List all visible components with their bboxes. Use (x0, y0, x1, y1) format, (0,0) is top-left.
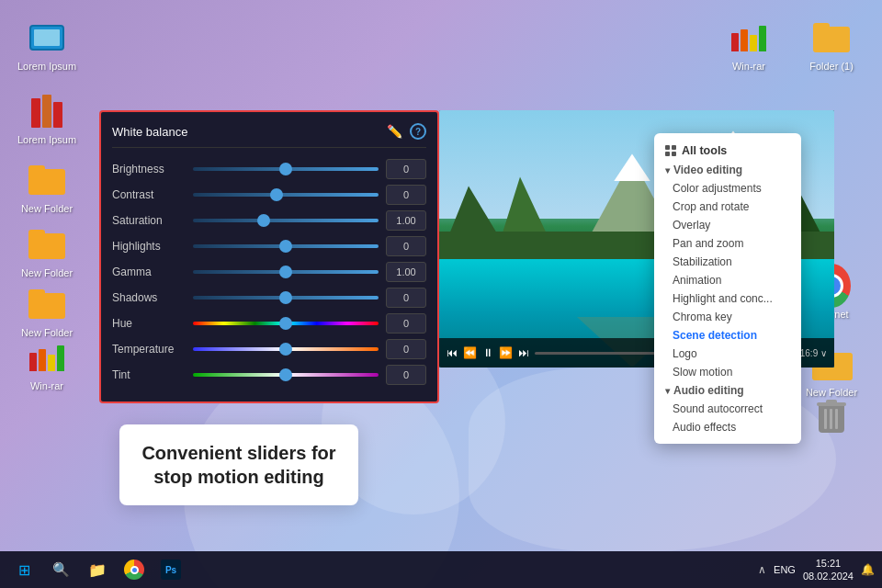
tool-color-adjustments[interactable]: Color adjustments (654, 179, 801, 198)
video-editing-category[interactable]: ▾ Video editing (654, 161, 801, 179)
tools-panel: All tools ▾ Video editing Color adjustme… (654, 133, 801, 444)
highlights-thumb[interactable] (279, 240, 292, 253)
gamma-thumb[interactable] (279, 266, 292, 278)
desktop-icon-folder3[interactable]: New Folder (15, 285, 79, 339)
highlights-row: Highlights 0 (112, 236, 426, 256)
tray-icons: ∧ (758, 563, 766, 576)
brightness-thumb[interactable] (279, 163, 292, 175)
video-chevron: ▾ (665, 165, 670, 175)
tool-animation[interactable]: Animation (654, 271, 801, 289)
audio-editing-category[interactable]: ▾ Audio editing (654, 381, 801, 400)
hue-thumb[interactable] (279, 317, 292, 330)
brightness-label: Brightness (112, 163, 186, 175)
skip-fwd-btn[interactable]: ⏭ (518, 346, 529, 359)
start-button[interactable]: ⊞ (7, 555, 40, 584)
chrome-button[interactable] (118, 555, 151, 584)
tool-scene-detection[interactable]: Scene detection (654, 326, 801, 345)
tool-audio-effects[interactable]: Audio effects (654, 418, 801, 436)
tooltip-text: Convenient sliders for stop motion editi… (141, 443, 335, 487)
tool-highlight[interactable]: Highlight and conc... (654, 289, 801, 308)
color-panel: White balance ✏️ ? Brightness 0 Contrast… (99, 110, 439, 403)
desktop-icon-winrar-top[interactable]: Win-rar (717, 18, 781, 73)
highlights-value[interactable]: 0 (386, 236, 426, 256)
tint-track[interactable] (193, 373, 379, 377)
desktop-icon-folder-top[interactable]: Folder (1) (799, 18, 864, 73)
grid-icon (665, 145, 676, 156)
lang-indicator[interactable]: ENG (774, 564, 796, 575)
temperature-value[interactable]: 0 (386, 339, 426, 359)
video-editing-label: Video editing (673, 164, 742, 176)
desktop-icon-monitor[interactable]: Lorem Ipsum (15, 18, 79, 73)
tool-logo[interactable]: Logo (654, 345, 801, 363)
hue-label: Hue (112, 317, 186, 330)
hue-value[interactable]: 0 (386, 313, 426, 334)
desktop-icon-books[interactable]: Lorem Ipsum (15, 92, 79, 146)
aspect-ratio[interactable]: 16:9 ∨ (800, 348, 827, 358)
next-frame-btn[interactable]: ⏩ (499, 346, 513, 359)
saturation-value[interactable]: 1.00 (386, 210, 426, 231)
gamma-value[interactable]: 1.00 (386, 262, 426, 282)
saturation-track[interactable] (193, 219, 379, 222)
folder1-icon (28, 161, 66, 199)
trash-icon (812, 397, 851, 435)
contrast-row: Contrast 0 (112, 185, 426, 205)
taskbar-datetime: 15:21 08.02.2024 (803, 557, 854, 583)
brightness-track[interactable] (193, 167, 379, 171)
taskbar-date: 08.02.2024 (803, 570, 854, 582)
shadows-thumb[interactable] (279, 291, 292, 304)
gamma-row: Gamma 1.00 (112, 262, 426, 282)
shadows-value[interactable]: 0 (386, 288, 426, 308)
winrar-icon (28, 338, 66, 377)
desktop-icon-trash[interactable] (799, 397, 864, 439)
eyedropper-icon[interactable]: ✏️ (387, 124, 402, 139)
highlights-label: Highlights (112, 240, 186, 253)
help-icon[interactable]: ? (410, 123, 426, 140)
temperature-track[interactable] (193, 347, 379, 351)
contrast-label: Contrast (112, 188, 186, 201)
folder-top-label: Folder (1) (809, 61, 854, 73)
prev-frame-btn[interactable]: ⏪ (463, 346, 477, 359)
search-button[interactable]: 🔍 (44, 555, 77, 584)
hue-row: Hue 0 (112, 313, 426, 334)
hue-track[interactable] (193, 322, 379, 325)
tool-sound-autocorrect[interactable]: Sound autocorrect (654, 400, 801, 418)
gamma-track[interactable] (193, 270, 379, 274)
highlights-track[interactable] (193, 244, 379, 248)
desktop-icon-folder2[interactable]: New Folder (15, 225, 79, 279)
panel-header: White balance ✏️ ? (112, 123, 426, 148)
books-icon (28, 92, 66, 130)
notification-icon[interactable]: 🔔 (861, 563, 875, 576)
monitor-icon (28, 18, 66, 57)
folder-taskbar-icon: 📁 (88, 561, 107, 579)
desktop-icon-folder1[interactable]: New Folder (15, 161, 79, 215)
tool-slow-motion[interactable]: Slow motion (654, 363, 801, 381)
contrast-value[interactable]: 0 (386, 185, 426, 205)
tool-pan-zoom[interactable]: Pan and zoom (654, 234, 801, 253)
tool-overlay[interactable]: Overlay (654, 216, 801, 234)
all-tools-header[interactable]: All tools (654, 141, 801, 161)
file-explorer-button[interactable]: 📁 (81, 555, 114, 584)
tint-thumb[interactable] (279, 368, 292, 381)
tool-crop-rotate[interactable]: Crop and rotate (654, 198, 801, 216)
brightness-value[interactable]: 0 (386, 159, 426, 179)
skip-back-btn[interactable]: ⏮ (447, 346, 458, 359)
shadows-track[interactable] (193, 296, 379, 300)
play-btn[interactable]: ⏸ (482, 346, 493, 359)
tooltip-box: Convenient sliders for stop motion editi… (119, 424, 358, 505)
saturation-thumb[interactable] (257, 214, 270, 227)
desktop-icon-winrar[interactable]: Win-rar (15, 338, 79, 392)
contrast-thumb[interactable] (270, 188, 283, 201)
gamma-label: Gamma (112, 266, 186, 278)
tint-value[interactable]: 0 (386, 365, 426, 385)
folder2-label: New Folder (21, 267, 73, 279)
ps-button[interactable]: Ps (154, 555, 187, 584)
tool-chroma[interactable]: Chroma key (654, 308, 801, 326)
tool-stabilization[interactable]: Stabilization (654, 253, 801, 271)
search-icon: 🔍 (52, 561, 70, 578)
taskbar: ⊞ 🔍 📁 Ps ∧ ENG 15:21 08.02.2024 🔔 (0, 551, 882, 588)
chrome-icon (124, 560, 144, 580)
temperature-thumb[interactable] (279, 343, 292, 356)
photoshop-icon: Ps (161, 560, 181, 580)
taskbar-tray: ∧ ENG 15:21 08.02.2024 🔔 (758, 557, 875, 583)
contrast-track[interactable] (193, 193, 379, 197)
